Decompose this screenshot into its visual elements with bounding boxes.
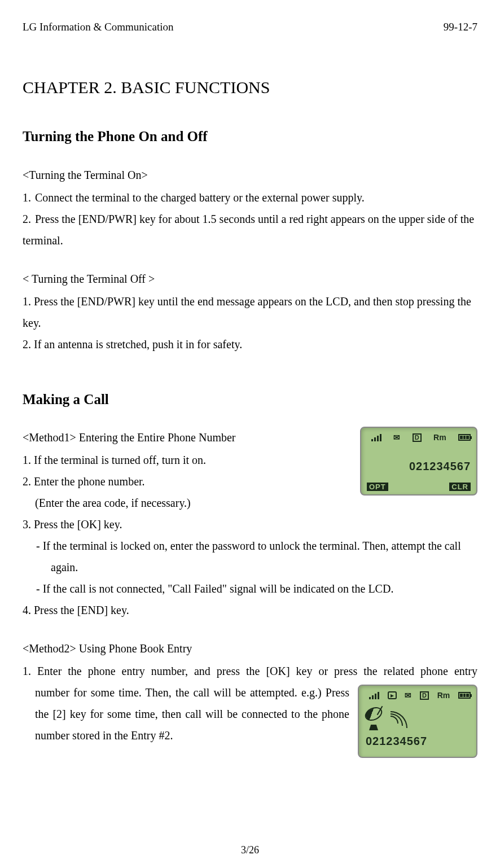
- satellite-dish-icon: [365, 705, 389, 730]
- section-title-call: Making a Call: [23, 386, 477, 413]
- connecting-number: 021234567: [365, 735, 471, 747]
- dialed-number: 021234567: [367, 461, 471, 472]
- status-bar: ✉ D Rm: [367, 431, 471, 444]
- signal-icon: [367, 433, 381, 441]
- header-left: LG Information & Communication: [23, 17, 174, 37]
- softkey-opt: OPT: [367, 483, 388, 491]
- m1-step-4: 4. Press the [END] key.: [23, 599, 477, 621]
- d-icon: D: [413, 433, 422, 442]
- step-text: Connect the terminal to the charged batt…: [35, 191, 365, 204]
- subheading-on: <Turning the Terminal On>: [23, 164, 477, 186]
- off-step-1: 1. Press the [END/PWR] key until the end…: [23, 291, 477, 334]
- envelope-icon: ✉: [393, 433, 400, 441]
- phone-lcd-dialing: ✉ D Rm 021234567 OPT CLR: [360, 427, 477, 496]
- list-marker: 2.: [23, 208, 35, 230]
- softkey-clr: CLR: [449, 483, 471, 491]
- chapter-title: CHAPTER 2. BASIC FUNCTIONS: [23, 71, 477, 103]
- m1-step-3-dash2: - If the call is not connected, "Call Fa…: [23, 578, 477, 599]
- status-bar: ✉ D Rm: [365, 689, 471, 702]
- phone-lcd-connecting: ✉ D Rm 021234567: [358, 685, 477, 758]
- rm-icon: Rm: [437, 691, 450, 699]
- m2-step-1: 1. Enter the phone entry number, and pre…: [23, 660, 477, 746]
- section-title-power: Turning the Phone On and Off: [23, 123, 477, 150]
- list-marker: 1.: [23, 187, 35, 208]
- m1-step-3-dash1: - If the terminal is locked on, enter th…: [23, 535, 477, 578]
- subheading-off: < Turning the Terminal Off >: [23, 268, 477, 290]
- off-step-2: 2. If an antenna is stretched, push it i…: [23, 334, 477, 355]
- page-number: 3/26: [0, 840, 500, 860]
- m1-step-3: 3. Press the [OK] key.: [23, 514, 477, 535]
- m2-step-1-rest: number for some time. Then, the call wil…: [23, 682, 349, 746]
- battery-icon: [458, 692, 471, 699]
- battery-icon: [458, 434, 471, 441]
- header-right: 99-12-7: [444, 17, 477, 37]
- on-step-1: 1.Connect the terminal to the charged ba…: [23, 187, 477, 208]
- d-icon: D: [420, 691, 429, 700]
- call-arrow-icon: [388, 691, 397, 699]
- envelope-icon: ✉: [405, 691, 411, 699]
- step-text: Press the [END/PWR] key for about 1.5 se…: [23, 213, 474, 247]
- method2-heading: <Method2> Using Phone Book Entry: [23, 638, 477, 659]
- on-step-2: 2.Press the [END/PWR] key for about 1.5 …: [23, 208, 477, 251]
- m2-step-1-line1: 1. Enter the phone entry number, and pre…: [23, 660, 477, 682]
- signal-icon: [365, 691, 379, 699]
- rm-icon: Rm: [433, 433, 446, 441]
